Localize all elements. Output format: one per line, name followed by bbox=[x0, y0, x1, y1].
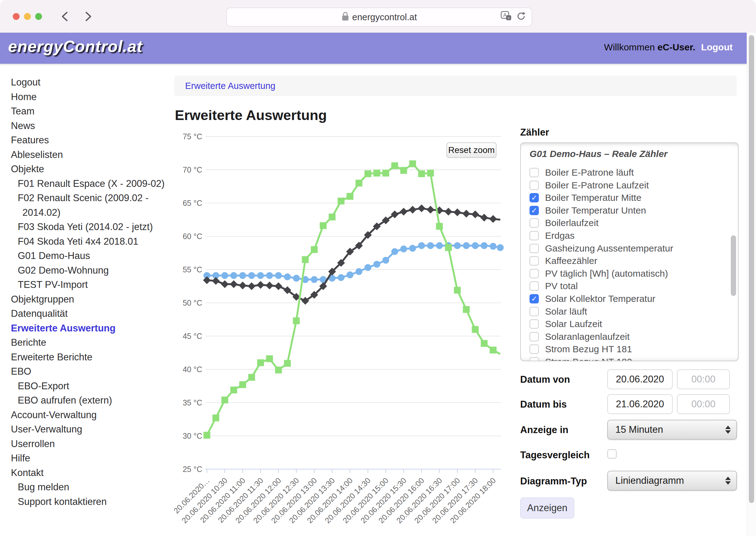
data-point-square bbox=[463, 306, 470, 313]
sidebar-item[interactable]: TEST PV-Import bbox=[0, 278, 174, 292]
data-point-circle bbox=[266, 272, 273, 279]
checkbox-icon[interactable] bbox=[529, 332, 539, 341]
sidebar-item[interactable]: Kontakt bbox=[0, 466, 174, 480]
meter-row[interactable]: Strom Bezug NT 182 bbox=[529, 356, 632, 361]
sidebar-item[interactable]: Userrollen bbox=[0, 437, 174, 452]
sidebar-item[interactable]: F02 Renault Scenic (2009.02 - 2014.02) bbox=[0, 191, 174, 220]
checkbox-icon[interactable] bbox=[529, 269, 539, 278]
data-point-square bbox=[454, 287, 461, 293]
data-point-circle bbox=[472, 242, 479, 249]
sidebar-item[interactable]: Account-Verwaltung bbox=[0, 408, 174, 422]
chart-type-select[interactable]: Liniendiagramm bbox=[607, 471, 737, 490]
data-point-circle bbox=[293, 275, 300, 282]
sidebar-item[interactable]: Objektgruppen bbox=[0, 292, 174, 307]
data-point-square bbox=[239, 381, 246, 388]
checkbox-checked-icon[interactable]: ✓ bbox=[529, 294, 539, 303]
sidebar-item[interactable]: EBO-Export bbox=[0, 379, 174, 394]
data-point-circle bbox=[257, 272, 264, 279]
data-point-square bbox=[329, 214, 336, 220]
sidebar-item[interactable]: F03 Skoda Yeti (2014.02 - jetzt) bbox=[0, 220, 174, 234]
meter-row[interactable]: Strom Bezug HT 181 bbox=[529, 344, 632, 354]
sidebar-item[interactable]: Features bbox=[0, 133, 174, 148]
data-point-square bbox=[445, 244, 452, 251]
sidebar-item[interactable]: Support kontaktieren bbox=[0, 495, 174, 509]
reload-icon[interactable] bbox=[516, 11, 526, 22]
chart-canvas: 75 °C70 °C65 °C60 °C55 °C50 °C45 °C40 °C… bbox=[174, 131, 517, 532]
checkbox-icon[interactable] bbox=[529, 319, 539, 329]
checkbox-icon[interactable] bbox=[529, 244, 539, 253]
sidebar-item[interactable]: Erweiterte Berichte bbox=[0, 350, 174, 365]
sidebar-item[interactable]: Datenqualität bbox=[0, 307, 174, 321]
meter-row[interactable]: Boilerlaufzeit bbox=[529, 218, 598, 228]
checkbox-icon[interactable] bbox=[529, 282, 539, 291]
show-button[interactable]: Anzeigen bbox=[520, 497, 574, 519]
sidebar-item[interactable]: Erweiterte Auswertung bbox=[0, 321, 174, 336]
meter-row[interactable]: Boiler E-Patrone läuft bbox=[529, 167, 634, 178]
checkbox-icon[interactable] bbox=[529, 357, 539, 361]
checkbox-icon[interactable] bbox=[529, 307, 539, 316]
meter-row[interactable]: ✓Boiler Temperatur Unten bbox=[529, 205, 646, 216]
day-compare-checkbox[interactable] bbox=[607, 449, 617, 458]
sidebar-item[interactable]: Home bbox=[0, 90, 174, 105]
forward-icon[interactable] bbox=[82, 10, 94, 23]
time-to-input[interactable]: 00:00 bbox=[677, 394, 730, 414]
meter-row[interactable]: Gasheizung Aussentemperatur bbox=[529, 243, 673, 254]
minimize-window-button[interactable] bbox=[24, 13, 31, 20]
meter-row[interactable]: PV täglich [Wh] (automatisch) bbox=[529, 268, 668, 279]
back-icon[interactable] bbox=[59, 10, 72, 23]
data-point-diamond bbox=[257, 281, 265, 289]
reset-zoom-button[interactable]: Reset zoom bbox=[447, 142, 496, 158]
sidebar-item[interactable]: F04 Skoda Yeti 4x4 2018.01 bbox=[0, 234, 174, 249]
y-axis-label: 50 °C bbox=[183, 298, 202, 307]
header-logout-link[interactable]: Logout bbox=[701, 42, 733, 52]
sidebar-item[interactable]: F01 Renault Espace (X - 2009-02) bbox=[0, 177, 174, 191]
checkbox-icon[interactable] bbox=[529, 231, 539, 240]
checkbox-icon[interactable] bbox=[529, 345, 539, 354]
sidebar-item[interactable]: Team bbox=[0, 104, 174, 119]
data-point-square bbox=[400, 167, 407, 174]
sidebar-item[interactable]: Ableselisten bbox=[0, 148, 174, 162]
page-scrollbar-thumb[interactable] bbox=[749, 35, 754, 503]
meter-row[interactable]: Solaranlagenlaufzeit bbox=[529, 331, 630, 342]
date-from-input[interactable]: 20.06.2020 bbox=[607, 369, 673, 389]
checkbox-checked-icon[interactable]: ✓ bbox=[529, 193, 539, 202]
breadcrumb-link[interactable]: Erweiterte Auswertung bbox=[185, 81, 275, 91]
sidebar-item[interactable]: G02 Demo-Wohnung bbox=[0, 263, 174, 278]
meter-row[interactable]: Erdgas bbox=[529, 230, 575, 241]
meter-row[interactable]: ✓Boiler Temperatur Mitte bbox=[529, 192, 641, 203]
interval-select[interactable]: 15 Minuten bbox=[607, 420, 737, 440]
sidebar-item[interactable]: Bug melden bbox=[0, 480, 174, 495]
meter-row[interactable]: Solar Laufzeit bbox=[529, 319, 602, 329]
checkbox-checked-icon[interactable]: ✓ bbox=[529, 206, 539, 215]
browser-chrome: energycontrol.at Ax bbox=[0, 0, 756, 33]
data-point-circle bbox=[463, 242, 470, 249]
checkbox-icon[interactable] bbox=[529, 218, 539, 228]
sidebar-item[interactable]: EBO aufrufen (extern) bbox=[0, 393, 174, 408]
date-to-input[interactable]: 21.06.2020 bbox=[607, 394, 673, 414]
checkbox-icon[interactable] bbox=[529, 256, 539, 265]
close-window-button[interactable] bbox=[13, 13, 19, 20]
address-bar[interactable]: energycontrol.at Ax bbox=[226, 8, 532, 27]
sidebar-item[interactable]: Berichte bbox=[0, 335, 174, 350]
meter-row[interactable]: Solar läuft bbox=[529, 306, 587, 317]
site-logo[interactable]: energyControl.at bbox=[8, 37, 142, 56]
sidebar-item[interactable]: Objekte bbox=[0, 162, 174, 177]
checkbox-icon[interactable] bbox=[529, 168, 539, 177]
translate-icon[interactable]: Ax bbox=[501, 11, 512, 23]
sidebar-item[interactable]: EBO bbox=[0, 364, 174, 379]
time-from-input[interactable]: 00:00 bbox=[677, 369, 730, 389]
meter-row[interactable]: ✓Solar Kollektor Temperatur bbox=[529, 293, 656, 304]
data-point-square bbox=[302, 256, 308, 263]
maximize-window-button[interactable] bbox=[35, 13, 42, 20]
checkbox-icon[interactable] bbox=[529, 181, 539, 190]
sidebar-item[interactable]: User-Verwaltung bbox=[0, 422, 174, 437]
meter-row[interactable]: Boiler E-Patrone Laufzeit bbox=[529, 180, 649, 190]
sidebar-item[interactable]: Hilfe bbox=[0, 451, 174, 466]
meter-label: Kaffeezähler bbox=[545, 255, 597, 266]
sidebar-item[interactable]: G01 Demo-Haus bbox=[0, 249, 174, 263]
meter-row[interactable]: Kaffeezähler bbox=[529, 255, 597, 266]
meter-scrollbar-thumb[interactable] bbox=[731, 235, 736, 296]
sidebar-item[interactable]: Logout bbox=[0, 75, 174, 90]
meter-row[interactable]: PV total bbox=[529, 281, 578, 291]
sidebar-item[interactable]: News bbox=[0, 119, 174, 133]
